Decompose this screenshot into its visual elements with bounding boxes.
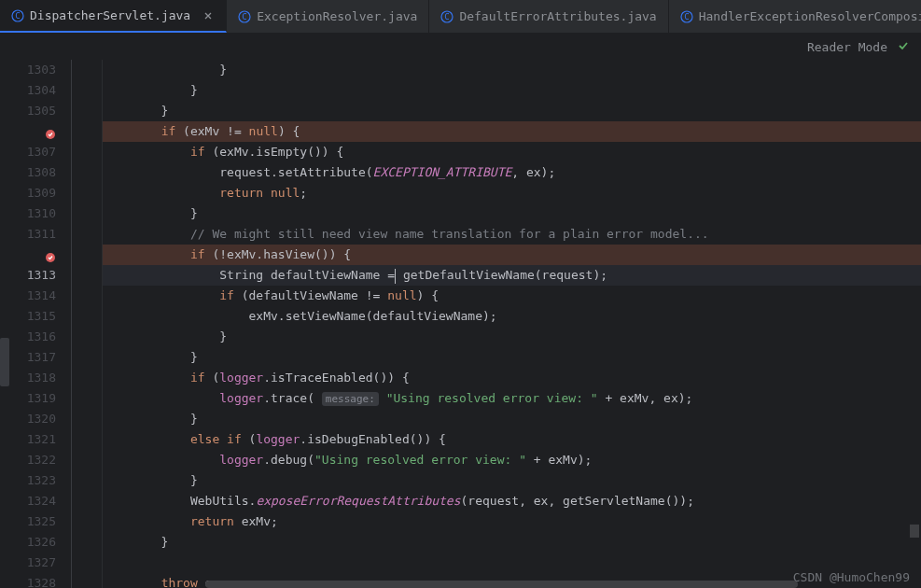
code-line: if (logger.isTraceEnabled()) {: [103, 368, 921, 388]
code-line: }: [103, 532, 921, 553]
code-area[interactable]: } } } if (exMv != null) { if (exMv.isEmp…: [103, 60, 921, 588]
code-line: }: [103, 101, 921, 121]
editor-tabs: C DispatcherServlet.java C ExceptionReso…: [0, 0, 921, 34]
class-icon: C: [238, 10, 251, 23]
code-line: return null;: [103, 183, 921, 203]
code-line: }: [103, 80, 921, 101]
code-line: return exMv;: [103, 511, 921, 532]
class-icon: C: [680, 10, 693, 23]
code-line: }: [103, 409, 921, 429]
code-line: String defaultViewName = getDefaultViewN…: [103, 265, 921, 286]
line-number: 1314: [0, 286, 63, 306]
svg-text:C: C: [242, 12, 246, 21]
line-number: 1316: [0, 327, 63, 347]
line-number: [0, 121, 63, 142]
line-number: [0, 245, 63, 265]
check-icon[interactable]: [897, 39, 910, 55]
svg-text:C: C: [15, 11, 20, 21]
line-number: 1321: [0, 429, 63, 450]
code-line: if (!exMv.hasView()) {: [103, 245, 921, 265]
line-number: 1324: [0, 491, 63, 511]
reader-mode-label[interactable]: Reader Mode: [807, 40, 887, 54]
tab-handler-exception-resolver[interactable]: C HandlerExceptionResolverComposi: [669, 0, 921, 33]
line-number: 1303: [0, 60, 63, 80]
tab-label: DispatcherServlet.java: [30, 8, 190, 22]
tab-exception-resolver[interactable]: C ExceptionResolver.java: [227, 0, 429, 33]
code-line: if (exMv != null) {: [103, 121, 921, 142]
code-line: }: [103, 60, 921, 80]
tab-label: HandlerExceptionResolverComposi: [699, 9, 921, 23]
line-number: 1309: [0, 183, 63, 203]
scrollbar-mark[interactable]: [910, 525, 919, 538]
line-number: 1313: [0, 265, 63, 286]
line-number: 1322: [0, 450, 63, 470]
code-line: request.setAttribute(EXCEPTION_ATTRIBUTE…: [103, 162, 921, 183]
watermark: CSDN @HumoChen99: [793, 570, 910, 584]
line-number: 1326: [0, 532, 63, 553]
horizontal-scrollbar[interactable]: [205, 581, 798, 588]
code-line: logger.trace( message: "Using resolved e…: [103, 388, 921, 409]
line-number: 1323: [0, 470, 63, 491]
code-editor[interactable]: 1303 1304 1305 1307 1308 1309 1310 1311 …: [0, 60, 921, 588]
line-number-gutter: 1303 1304 1305 1307 1308 1309 1310 1311 …: [0, 60, 63, 588]
tab-label: ExceptionResolver.java: [257, 9, 417, 23]
tab-default-error-attributes[interactable]: C DefaultErrorAttributes.java: [429, 0, 668, 33]
code-line: WebUtils.exposeErrorRequestAttributes(re…: [103, 491, 921, 511]
code-line: }: [103, 470, 921, 491]
code-line: }: [103, 327, 921, 347]
param-hint: message:: [322, 392, 379, 406]
line-number: 1315: [0, 306, 63, 327]
code-line: }: [103, 203, 921, 224]
code-line: // We might still need view name transla…: [103, 224, 921, 245]
breakpoint-icon[interactable]: [45, 126, 56, 137]
svg-text:C: C: [445, 12, 450, 21]
line-number: 1317: [0, 347, 63, 368]
code-line: }: [103, 347, 921, 368]
line-number: 1325: [0, 511, 63, 532]
code-line: if (defaultViewName != null) {: [103, 286, 921, 306]
line-number: 1311: [0, 224, 63, 245]
line-number: 1319: [0, 388, 63, 409]
class-icon: C: [11, 9, 24, 22]
svg-text:C: C: [684, 12, 689, 21]
tab-label: DefaultErrorAttributes.java: [459, 9, 656, 23]
line-number: 1310: [0, 203, 63, 224]
tab-dispatcher-servlet[interactable]: C DispatcherServlet.java: [0, 0, 227, 33]
code-line: exMv.setViewName(defaultViewName);: [103, 306, 921, 327]
code-line: if (exMv.isEmpty()) {: [103, 142, 921, 162]
line-number: 1320: [0, 409, 63, 429]
close-icon[interactable]: [202, 9, 215, 22]
line-number: 1327: [0, 553, 63, 573]
code-line: logger.debug("Using resolved error view:…: [103, 450, 921, 470]
line-number: 1308: [0, 162, 63, 183]
line-number: 1305: [0, 101, 63, 121]
class-icon: C: [440, 10, 454, 23]
breakpoint-icon[interactable]: [45, 249, 56, 260]
line-number: 1328: [0, 573, 63, 588]
line-number: 1307: [0, 142, 63, 162]
line-number: 1304: [0, 80, 63, 101]
fold-gutter: [63, 60, 103, 588]
reader-mode-bar: Reader Mode: [0, 34, 921, 60]
line-number: 1318: [0, 368, 63, 388]
code-line: else if (logger.isDebugEnabled()) {: [103, 429, 921, 450]
